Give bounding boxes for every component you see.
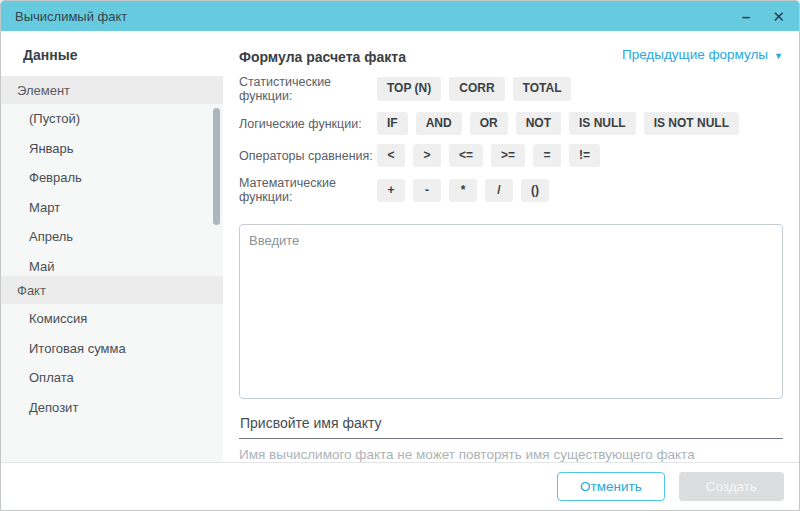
sidebar-section-fact[interactable]: Факт <box>1 276 223 304</box>
sidebar-header: Данные <box>1 31 223 76</box>
function-button[interactable]: CORR <box>449 77 504 100</box>
math-functions-row: Математические функции: +-*/() <box>239 176 783 204</box>
function-button[interactable]: + <box>377 179 405 202</box>
element-list: (Пустой)ЯнварьФевральМартАпрельМай <box>1 104 223 276</box>
function-button[interactable]: NOT <box>516 112 561 135</box>
sidebar-item[interactable]: Оплата <box>1 363 223 393</box>
row-label: Статистические функции: <box>239 75 377 103</box>
sidebar-item[interactable]: Комиссия <box>1 304 223 334</box>
sidebar-section-label: Элемент <box>17 83 70 98</box>
title-bar: Вычислимый факт – ✕ <box>1 1 799 31</box>
row-label: Операторы сравнения: <box>239 149 377 163</box>
previous-formulas-link[interactable]: Предыдущие формулы ▼ <box>622 47 783 62</box>
minimize-icon[interactable]: – <box>742 9 750 24</box>
function-button[interactable]: OR <box>470 112 508 135</box>
row-label: Математические функции: <box>239 176 377 204</box>
data-sidebar: Данные Элемент (Пустой)ЯнварьФевральМарт… <box>1 31 223 462</box>
name-helper-text: Имя вычислимого факта не может повторять… <box>239 447 783 462</box>
sidebar-item[interactable]: Май <box>1 252 223 277</box>
fact-name-input[interactable] <box>239 409 783 439</box>
sidebar-scrollbar[interactable] <box>213 108 220 225</box>
function-button[interactable]: IS NULL <box>569 112 636 135</box>
window-title: Вычислимый факт <box>15 9 127 24</box>
function-rows: Статистические функции: TOP (N)CORRTOTAL… <box>239 75 783 213</box>
function-button[interactable]: TOTAL <box>513 77 572 100</box>
create-button[interactable]: Создать <box>679 472 784 501</box>
function-button[interactable]: AND <box>416 112 462 135</box>
sidebar-item[interactable]: Депозит <box>1 393 223 423</box>
function-button[interactable]: - <box>413 179 441 202</box>
sidebar-item[interactable]: Март <box>1 193 223 223</box>
chevron-down-icon: ▼ <box>774 49 783 61</box>
comparison-operators-row: Операторы сравнения: <><=>==!= <box>239 144 783 167</box>
close-icon[interactable]: ✕ <box>772 9 785 24</box>
function-button[interactable]: = <box>533 144 561 167</box>
cancel-button[interactable]: Отменить <box>557 472 665 501</box>
function-button[interactable]: / <box>485 179 513 202</box>
function-button[interactable]: != <box>569 144 600 167</box>
logical-functions-row: Логические функции: IFANDORNOTIS NULLIS … <box>239 112 783 135</box>
function-button[interactable]: >= <box>491 144 525 167</box>
fact-list: КомиссияИтоговая суммаОплатаДепозит <box>1 304 223 462</box>
sidebar-item[interactable]: Февраль <box>1 163 223 193</box>
function-button[interactable]: IF <box>377 112 408 135</box>
panel-title: Формула расчета факта <box>239 47 406 65</box>
function-button[interactable]: * <box>449 179 477 202</box>
sidebar-item[interactable]: (Пустой) <box>1 104 223 134</box>
dialog-window: Вычислимый факт – ✕ Данные Элемент (Пуст… <box>0 0 800 511</box>
function-button[interactable]: () <box>521 179 549 202</box>
sidebar-item[interactable]: Итоговая сумма <box>1 334 223 364</box>
formula-panel: Формула расчета факта Предыдущие формулы… <box>223 31 799 462</box>
function-button[interactable]: <= <box>449 144 483 167</box>
sidebar-section-element[interactable]: Элемент <box>1 76 223 104</box>
footer-bar: Отменить Создать <box>1 462 799 510</box>
statistical-functions-row: Статистические функции: TOP (N)CORRTOTAL <box>239 75 783 103</box>
sidebar-item[interactable]: Апрель <box>1 222 223 252</box>
row-label: Логические функции: <box>239 117 377 131</box>
function-button[interactable]: IS NOT NULL <box>644 112 739 135</box>
function-button[interactable]: > <box>413 144 441 167</box>
function-button[interactable]: < <box>377 144 405 167</box>
sidebar-section-label: Факт <box>17 283 46 298</box>
function-button[interactable]: TOP (N) <box>377 77 441 100</box>
formula-input[interactable] <box>239 224 783 399</box>
sidebar-item[interactable]: Январь <box>1 134 223 164</box>
